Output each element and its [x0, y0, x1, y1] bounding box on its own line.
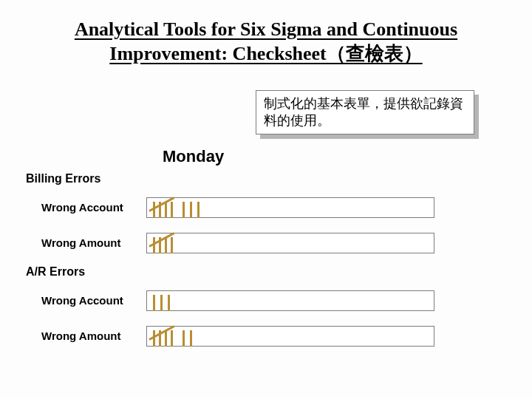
tally-box [146, 290, 434, 311]
group-label-billing: Billing Errors [26, 172, 100, 185]
page-title: Analytical Tools for Six Sigma and Conti… [30, 18, 502, 66]
tally-marks [151, 326, 194, 347]
row-label: Wrong Amount [41, 330, 120, 342]
callout-text: 制式化的基本表單，提供欲記錄資料的使用。 [256, 90, 474, 134]
tally-box [146, 233, 434, 253]
group-label-ar: A/R Errors [26, 265, 85, 279]
row-label: Wrong Account [41, 201, 123, 214]
row-label: Wrong Amount [41, 236, 120, 249]
tally-marks [151, 233, 179, 253]
callout-box: 制式化的基本表單，提供欲記錄資料的使用。 [256, 90, 474, 134]
slide: Analytical Tools for Six Sigma and Conti… [0, 0, 532, 399]
tally-marks [151, 290, 171, 311]
tally-marks [151, 197, 201, 218]
row-label: Wrong Account [41, 294, 123, 307]
day-header: Monday [163, 147, 224, 166]
